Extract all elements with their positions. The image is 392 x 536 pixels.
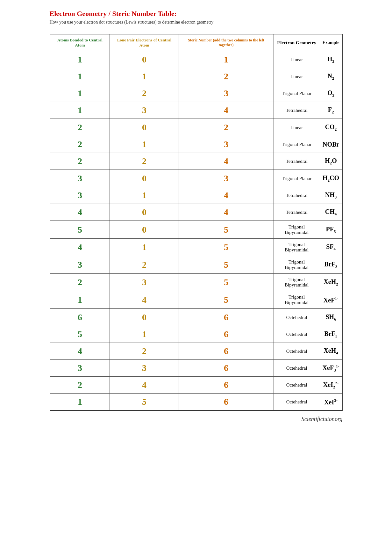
table-row: 112LinearN2	[50, 68, 342, 85]
table-row: 404TetrahedralCH4	[50, 204, 342, 221]
page-subtitle: How you use your electron dot structures…	[50, 20, 343, 25]
steric-value: 4	[179, 102, 274, 119]
steric-value: 4	[179, 153, 274, 170]
header-steric: Steric Number (add the two columns to th…	[179, 34, 274, 51]
table-row: 202LinearCO2	[50, 119, 342, 136]
atoms-bonded-value: 5	[50, 221, 110, 239]
example-value: H2CO	[320, 170, 342, 187]
steric-value: 5	[179, 291, 274, 309]
lone-pair-value: 1	[110, 136, 179, 153]
header-geometry: Electron Geometry	[274, 34, 320, 51]
lone-pair-value: 0	[110, 221, 179, 239]
atoms-bonded-value: 1	[50, 291, 110, 309]
example-value: SH6	[320, 309, 342, 326]
geometry-value: Trigonal Planar	[274, 85, 320, 102]
geometry-value: Tetrahedral	[274, 204, 320, 221]
lone-pair-value: 0	[110, 119, 179, 136]
geometry-value: Trigonal Planar	[274, 136, 320, 153]
atoms-bonded-value: 4	[50, 343, 110, 360]
geometry-value: Octehedral	[274, 377, 320, 394]
geometry-value: Linear	[274, 51, 320, 68]
table-row: 156OctehedralXeI3-	[50, 394, 342, 411]
table-row: 213Trigonal PlanarNOBr	[50, 136, 342, 153]
atoms-bonded-value: 4	[50, 204, 110, 221]
example-value: BrF3	[320, 256, 342, 274]
atoms-bonded-value: 6	[50, 309, 110, 326]
geometry-table: Atoms Bonded to Central Atom Lone Pair E…	[50, 34, 343, 411]
geometry-value: Octehedral	[274, 309, 320, 326]
example-value: H2O	[320, 153, 342, 170]
atoms-bonded-value: 1	[50, 394, 110, 411]
atoms-bonded-value: 1	[50, 102, 110, 119]
lone-pair-value: 3	[110, 360, 179, 377]
table-row: 145Trigonal BipyramidalXeF1-	[50, 291, 342, 309]
example-value: XeH4	[320, 343, 342, 360]
example-value: O2	[320, 85, 342, 102]
example-value: XeI22-	[320, 377, 342, 394]
steric-value: 2	[179, 119, 274, 136]
table-row: 336OctehedralXeF31-	[50, 360, 342, 377]
geometry-value: Trigonal Bipyramidal	[274, 221, 320, 239]
header-lone-pair: Lone Pair Electrons of Central Atom	[110, 34, 179, 51]
geometry-value: Linear	[274, 119, 320, 136]
table-row: 516OctehedralBrF5	[50, 326, 342, 343]
example-value: XeF31-	[320, 360, 342, 377]
geometry-value: Trigonal Bipyramidal	[274, 256, 320, 274]
lone-pair-value: 3	[110, 102, 179, 119]
table-row: 235Trigonal BipyramidalXeH2	[50, 274, 342, 291]
lone-pair-value: 5	[110, 394, 179, 411]
steric-value: 2	[179, 68, 274, 85]
example-value: PF5	[320, 221, 342, 239]
steric-value: 6	[179, 394, 274, 411]
lone-pair-value: 0	[110, 170, 179, 187]
table-row: 303Trigonal PlanarH2CO	[50, 170, 342, 187]
geometry-value: Tetrahedral	[274, 153, 320, 170]
steric-value: 5	[179, 256, 274, 274]
geometry-value: Trigonal Bipyramidal	[274, 239, 320, 256]
lone-pair-value: 3	[110, 274, 179, 291]
footer-credit: Scientifictutor.org	[50, 416, 343, 423]
steric-value: 5	[179, 221, 274, 239]
atoms-bonded-value: 1	[50, 68, 110, 85]
lone-pair-value: 1	[110, 326, 179, 343]
lone-pair-value: 2	[110, 343, 179, 360]
geometry-value: Trigonal Bipyramidal	[274, 274, 320, 291]
table-row: 415Trigonal BipyramidalSF4	[50, 239, 342, 256]
geometry-value: Octehedral	[274, 360, 320, 377]
geometry-value: Octehedral	[274, 394, 320, 411]
geometry-value: Octehedral	[274, 326, 320, 343]
lone-pair-value: 1	[110, 187, 179, 204]
atoms-bonded-value: 2	[50, 153, 110, 170]
header-example: Example	[320, 34, 342, 51]
atoms-bonded-value: 2	[50, 136, 110, 153]
atoms-bonded-value: 2	[50, 377, 110, 394]
lone-pair-value: 0	[110, 309, 179, 326]
geometry-value: Trigonal Planar	[274, 170, 320, 187]
example-value: NOBr	[320, 136, 342, 153]
lone-pair-value: 2	[110, 153, 179, 170]
geometry-value: Tetrahedral	[274, 102, 320, 119]
table-row: 505Trigonal BipyramidalPF5	[50, 221, 342, 239]
steric-value: 6	[179, 377, 274, 394]
lone-pair-value: 2	[110, 85, 179, 102]
steric-value: 3	[179, 136, 274, 153]
steric-value: 6	[179, 343, 274, 360]
atoms-bonded-value: 3	[50, 170, 110, 187]
table-row: 134TetrahedralF2	[50, 102, 342, 119]
atoms-bonded-value: 3	[50, 187, 110, 204]
steric-value: 6	[179, 309, 274, 326]
table-row: 314TetrahedralNH3	[50, 187, 342, 204]
table-row: 123Trigonal PlanarO2	[50, 85, 342, 102]
page-title: Electron Geometry / Steric Number Table:	[50, 10, 343, 18]
atoms-bonded-value: 3	[50, 256, 110, 274]
example-value: SF4	[320, 239, 342, 256]
steric-value: 6	[179, 326, 274, 343]
lone-pair-value: 4	[110, 291, 179, 309]
table-row: 325Trigonal BipyramidalBrF3	[50, 256, 342, 274]
lone-pair-value: 4	[110, 377, 179, 394]
steric-value: 6	[179, 360, 274, 377]
lone-pair-value: 0	[110, 51, 179, 68]
example-value: XeF1-	[320, 291, 342, 309]
table-row: 224TetrahedralH2O	[50, 153, 342, 170]
lone-pair-value: 2	[110, 256, 179, 274]
